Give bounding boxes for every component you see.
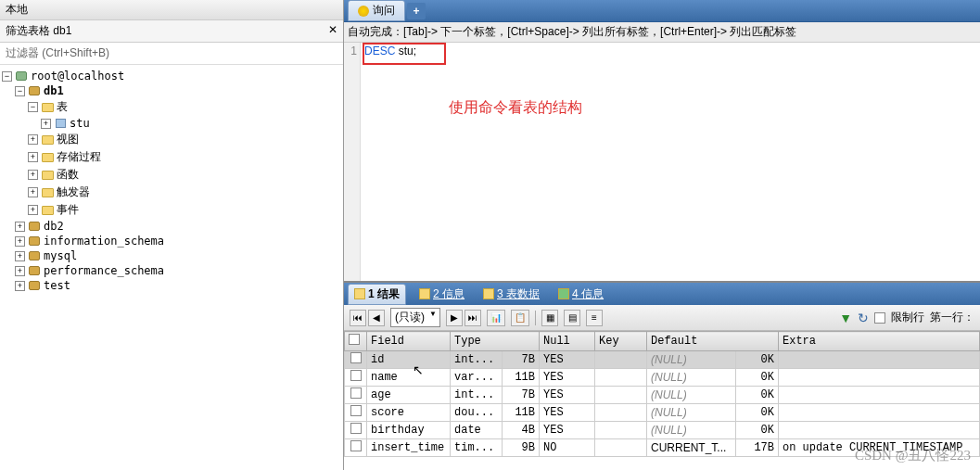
tab-tabledata[interactable]: 3 表数据 (477, 285, 545, 304)
tree-triggers[interactable]: +触发器 (2, 184, 341, 201)
table-row[interactable]: idint...7BYES(NULL)0K (345, 351, 980, 369)
db-tree: −root@localhost −db1 −表 +stu +视图 +存储过程 +… (0, 65, 343, 470)
tree-db[interactable]: −db1 (2, 83, 341, 98)
col-field[interactable]: Field (367, 332, 451, 351)
tab-query[interactable]: 询问 (348, 0, 405, 21)
tab-add-button[interactable]: + (407, 3, 426, 19)
close-icon[interactable]: ✕ (328, 23, 337, 39)
table-row[interactable]: ageint...7BYES(NULL)0K (345, 387, 980, 404)
tree-functions[interactable]: +函数 (2, 166, 341, 184)
tree-db[interactable]: +information_schema (2, 234, 341, 248)
table-row[interactable]: scoredou...11BYES(NULL)0K (345, 404, 980, 422)
sql-editor[interactable]: 1 DESC stu; 使用命令看表的结构 (344, 43, 980, 281)
watermark: CSDN @丑八怪223 (855, 447, 971, 464)
results-panel: 1 结果 2 信息 3 表数据 4 信息 ⏮ ◀ (只读) ▶ ⏭ 📊 📋 ▦ (344, 281, 980, 470)
col-type[interactable]: Type (451, 332, 540, 351)
col-default[interactable]: Default (647, 332, 779, 351)
object-browser: 本地 筛选表格 db1 ✕ 过滤器 (Ctrl+Shift+B) −root@l… (0, 0, 344, 470)
filter-icon[interactable]: ▼ (839, 311, 852, 325)
code-area[interactable]: DESC stu; 使用命令看表的结构 (361, 43, 980, 281)
tree-db[interactable]: +db2 (2, 219, 341, 234)
view-grid[interactable]: ▦ (541, 310, 558, 326)
tab-info[interactable]: 2 信息 (414, 285, 470, 304)
tree-db[interactable]: +test (2, 278, 341, 293)
limit-checkbox[interactable] (874, 312, 885, 324)
col-extra[interactable]: Extra (779, 332, 980, 351)
results-tabs: 1 结果 2 信息 3 表数据 4 信息 (344, 283, 980, 305)
view-form[interactable]: ▤ (564, 310, 580, 326)
refresh-icon[interactable]: ↻ (858, 311, 869, 325)
export-button[interactable]: 📊 (487, 310, 505, 326)
limit-label: 限制行 (891, 310, 924, 325)
autocomplete-hint: 自动完成：[Tab]-> 下一个标签，[Ctrl+Space]-> 列出所有标签… (344, 22, 980, 43)
tab-result[interactable]: 1 结果 (348, 284, 406, 305)
tree-views[interactable]: +视图 (2, 131, 341, 148)
table-row[interactable]: birthdaydate4BYES(NULL)0K (345, 422, 980, 439)
col-key[interactable]: Key (595, 332, 647, 351)
grid-icon (354, 288, 365, 299)
firstrow-label: 第一行： (930, 310, 974, 325)
nav-next[interactable]: ▶ (446, 310, 463, 326)
tree-db[interactable]: +performance_schema (2, 263, 341, 278)
query-icon (358, 6, 369, 17)
nav-buttons: ⏮ ◀ (350, 310, 385, 326)
filter-row: 筛选表格 db1 ✕ (0, 20, 343, 43)
panel-title: 本地 (0, 0, 343, 20)
filter-input[interactable]: 过滤器 (Ctrl+Shift+B) (0, 43, 343, 65)
tree-db[interactable]: +mysql (2, 248, 341, 263)
results-toolbar: ⏮ ◀ (只读) ▶ ⏭ 📊 📋 ▦ ▤ ≡ ▼ ↻ 限制行 第一行 (344, 305, 980, 331)
info-icon (558, 288, 569, 299)
copy-button[interactable]: 📋 (511, 310, 529, 326)
tab-dbinfo[interactable]: 4 信息 (553, 285, 609, 304)
query-tabs: 询问 + (344, 0, 980, 22)
col-null[interactable]: Null (540, 332, 595, 351)
tree-procedures[interactable]: +存储过程 (2, 148, 341, 166)
col-check[interactable] (345, 332, 367, 351)
info-icon (419, 288, 430, 299)
tree-table-stu[interactable]: +stu (2, 116, 341, 131)
table-icon (483, 288, 494, 299)
view-text[interactable]: ≡ (586, 310, 603, 326)
tree-tables[interactable]: −表 (2, 98, 341, 116)
nav-prev[interactable]: ◀ (368, 310, 385, 326)
main-area: 询问 + 自动完成：[Tab]-> 下一个标签，[Ctrl+Space]-> 列… (344, 0, 980, 470)
annotation-text: 使用命令看表的结构 (449, 98, 582, 118)
mode-select[interactable]: (只读) (390, 308, 440, 327)
nav-last[interactable]: ⏭ (465, 310, 481, 326)
nav-first[interactable]: ⏮ (350, 310, 366, 326)
tree-server[interactable]: −root@localhost (2, 69, 341, 83)
table-row[interactable]: namevar...11BYES(NULL)0K (345, 369, 980, 387)
line-gutter: 1 (344, 43, 361, 281)
tree-events[interactable]: +事件 (2, 201, 341, 219)
